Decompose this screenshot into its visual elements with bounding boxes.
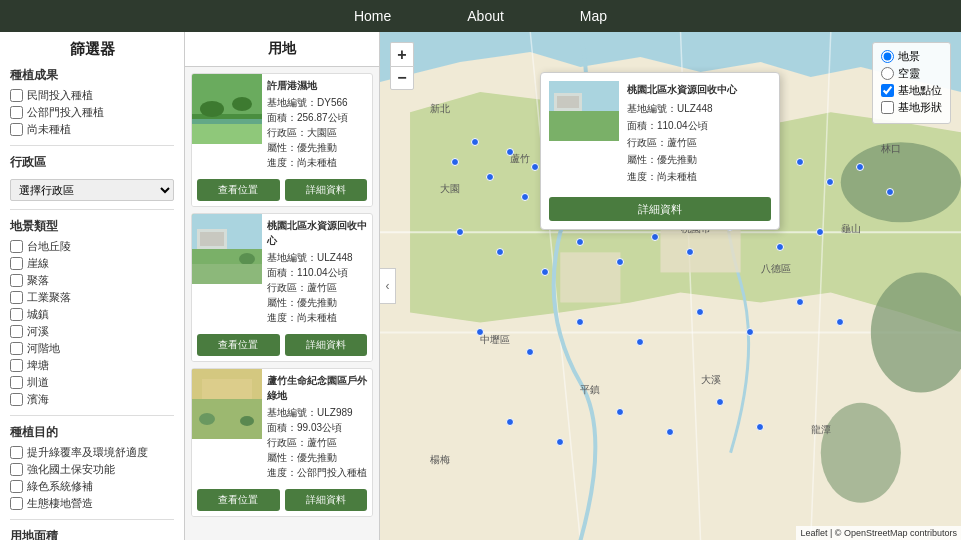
legend-spirit-label: 空靈 [898,66,920,81]
map-marker-26[interactable] [651,233,659,241]
section-label-area: 用地面積 [10,528,174,540]
checkbox-green-system[interactable]: 綠色系統修補 [10,479,174,494]
map-marker-17[interactable] [796,158,804,166]
map-marker-20[interactable] [886,188,894,196]
panel-title: 用地 [185,32,379,67]
map-marker-2[interactable] [471,138,479,146]
map-marker-19[interactable] [856,163,864,171]
map-marker-7[interactable] [521,193,529,201]
map-marker-42[interactable] [616,408,624,416]
map-marker-37[interactable] [746,328,754,336]
checkbox-town[interactable]: 城鎮 [10,307,174,322]
map-marker-41[interactable] [556,438,564,446]
land-card-1-progress: 進度：尚未種植 [267,155,367,170]
svg-text:蘆竹: 蘆竹 [510,153,530,164]
map-marker-3[interactable] [486,173,494,181]
popup-attribute: 屬性：優先推動 [627,151,771,168]
land-card-2-location-btn[interactable]: 查看位置 [197,334,280,356]
map-marker-22[interactable] [496,248,504,256]
checkbox-village[interactable]: 聚落 [10,273,174,288]
checkbox-terrace[interactable]: 河階地 [10,341,174,356]
map-marker-30[interactable] [816,228,824,236]
map-marker-36[interactable] [696,308,704,316]
panel-toggle-arrow[interactable]: ‹ [380,268,396,304]
popup-detail-btn[interactable]: 詳細資料 [549,197,771,221]
svg-point-18 [240,416,254,426]
land-card-1-area: 面積：256.87公頃 [267,110,367,125]
legend-checkbox-site[interactable]: 基地點位 [881,83,942,98]
nav-map[interactable]: Map [572,4,615,28]
checkbox-private-plant[interactable]: 民間投入種植 [10,88,174,103]
checkbox-green-cover[interactable]: 提升綠覆率及環境舒適度 [10,445,174,460]
land-card-3-detail-btn[interactable]: 詳細資料 [285,489,368,511]
checkbox-river[interactable]: 河溪 [10,324,174,339]
land-card-2-top: 桃園北區水資源回收中心 基地編號：ULZ448 面積：110.04公頃 行政區：… [192,214,372,329]
legend-radio-landscape[interactable]: 地景 [881,49,942,64]
zoom-out-button[interactable]: − [390,66,414,90]
map-marker-27[interactable] [686,248,694,256]
map-marker-23[interactable] [541,268,549,276]
map-marker-29[interactable] [776,243,784,251]
map-marker-21[interactable] [456,228,464,236]
map-marker-4[interactable] [506,148,514,156]
land-card-1-info: 許厝港濕地 基地編號：DY566 面積：256.87公頃 行政區：大園區 屬性：… [262,74,372,174]
map-marker-25[interactable] [616,258,624,266]
checkbox-cliff[interactable]: 崖線 [10,256,174,271]
legend-checkbox-shape[interactable]: 基地形狀 [881,100,942,115]
zoom-in-button[interactable]: + [390,42,414,66]
nav-about[interactable]: About [459,4,512,28]
checkbox-coast[interactable]: 濱海 [10,392,174,407]
checkbox-public-plant[interactable]: 公部門投入種植 [10,105,174,120]
popup-name: 桃園北區水資源回收中心 [627,81,771,98]
map-marker-1[interactable] [451,158,459,166]
legend-radio-spirit[interactable]: 空靈 [881,66,942,81]
land-card-2-code: 基地編號：ULZ448 [267,250,367,265]
land-card-2-detail-btn[interactable]: 詳細資料 [285,334,368,356]
svg-text:楊梅: 楊梅 [430,454,450,465]
land-card-1-detail-btn[interactable]: 詳細資料 [285,179,368,201]
map-marker-39[interactable] [836,318,844,326]
land-card-2-buttons: 查看位置 詳細資料 [192,329,372,361]
nav-home[interactable]: Home [346,4,399,28]
map-marker-44[interactable] [716,398,724,406]
map-legend: 地景 空靈 基地點位 基地形狀 [872,42,951,124]
district-dropdown[interactable]: 選擇行政區 [10,179,174,201]
map-marker-45[interactable] [756,423,764,431]
svg-point-11 [239,253,255,265]
land-card-3-buttons: 查看位置 詳細資料 [192,484,372,516]
center-panel: 用地 許厝港濕地 基地編號：DY566 面積：25 [185,32,380,540]
checkbox-industrial[interactable]: 工業聚落 [10,290,174,305]
top-navigation: Home About Map [0,0,961,32]
map-marker-40[interactable] [506,418,514,426]
divider-4 [10,519,174,520]
checkbox-habitat[interactable]: 生態棲地營造 [10,496,174,511]
checkbox-land-conservation[interactable]: 強化國土保安功能 [10,462,174,477]
land-card-1-top: 許厝港濕地 基地編號：DY566 面積：256.87公頃 行政區：大園區 屬性：… [192,74,372,174]
checkbox-no-plant[interactable]: 尚未種植 [10,122,174,137]
map-marker-24[interactable] [576,238,584,246]
land-card-1-location-btn[interactable]: 查看位置 [197,179,280,201]
map-marker-5[interactable] [531,163,539,171]
checkbox-pond[interactable]: 埤塘 [10,358,174,373]
map-marker-34[interactable] [576,318,584,326]
map-marker-32[interactable] [476,328,484,336]
legend-landscape-label: 地景 [898,49,920,64]
map-marker-18[interactable] [826,178,834,186]
section-label-purpose: 種植目的 [10,424,174,441]
checkbox-plateau[interactable]: 台地丘陵 [10,239,174,254]
checkbox-canal[interactable]: 圳道 [10,375,174,390]
map-marker-33[interactable] [526,348,534,356]
map-background[interactable]: 大園 蘆竹 大桃 桃園市 八德區 龜山 中壢區 平鎮 大溪 龍潭 楊梅 林口 新… [380,32,961,540]
land-card-2-name: 桃園北區水資源回收中心 [267,218,367,248]
svg-text:八德區: 八德區 [761,263,791,274]
map-marker-38[interactable] [796,298,804,306]
land-card-3-location-btn[interactable]: 查看位置 [197,489,280,511]
svg-rect-10 [200,232,224,246]
divider-2 [10,209,174,210]
land-card-1-buttons: 查看位置 詳細資料 [192,174,372,206]
map-marker-43[interactable] [666,428,674,436]
map-marker-35[interactable] [636,338,644,346]
svg-text:林口: 林口 [880,143,901,154]
land-card-2-info: 桃園北區水資源回收中心 基地編號：ULZ448 面積：110.04公頃 行政區：… [262,214,372,329]
map-popup: 桃園北區水資源回收中心 基地編號：ULZ448 面積：110.04公頃 行政區：… [540,72,780,230]
